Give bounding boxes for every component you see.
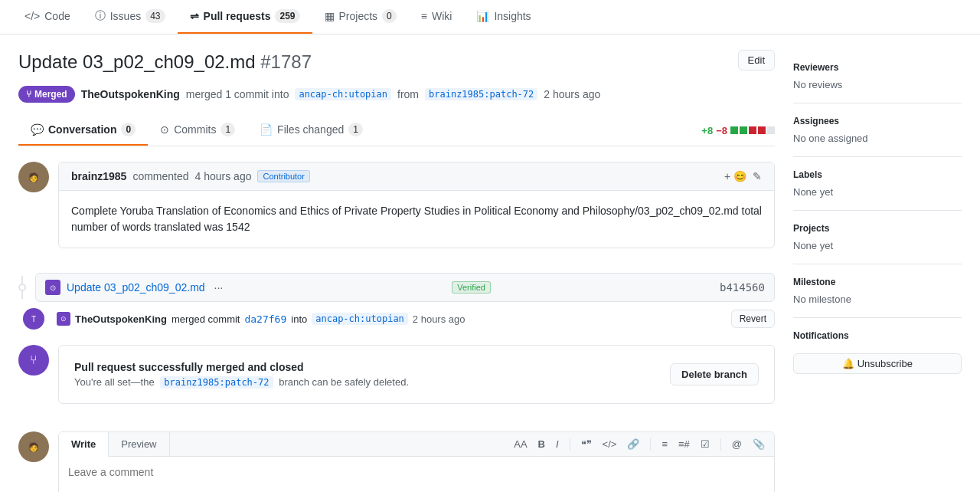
nav-label-issues: Issues	[110, 10, 141, 22]
edit-comment-icon[interactable]: ✎	[753, 170, 762, 182]
comment-textarea[interactable]	[59, 457, 774, 492]
diff-stats: +8 −8	[701, 125, 775, 136]
labels-title: Labels	[793, 169, 962, 180]
commit-row: ⊙ Update 03_p02_ch09_02.md ··· Verified …	[18, 273, 775, 302]
pr-action: merged 1 commit into	[186, 88, 289, 100]
sidebar-milestone: Milestone No milestone	[793, 264, 962, 318]
commit-message: Update 03_p02_ch09_02.md	[67, 281, 205, 294]
toolbar-mention[interactable]: @	[729, 437, 745, 451]
nav-tab-pull-requests[interactable]: ⇌ Pull requests 259	[178, 0, 312, 34]
desc-prefix: You're all set—the	[74, 376, 155, 388]
pr-header-row: Update 03_p02_ch09_02.md #1787 Edit	[18, 50, 775, 83]
wiki-icon: ≡	[421, 10, 427, 22]
diff-bar-1	[730, 126, 738, 134]
toolbar-numbered[interactable]: ≡#	[675, 437, 693, 451]
nav-tab-wiki[interactable]: ≡ Wiki	[409, 1, 465, 33]
nav-label-insights: Insights	[494, 10, 531, 22]
tab-conversation-label: Conversation	[48, 123, 116, 136]
tab-files-changed[interactable]: 📄 Files changed 1	[247, 115, 375, 146]
sidebar-projects: Projects None yet	[793, 211, 962, 264]
toolbar-bold[interactable]: B	[535, 437, 548, 451]
merged-commit-info: ⊙ TheOutspokenKing merged commit da27f69…	[57, 312, 724, 326]
nav-tab-code[interactable]: </> Code	[12, 1, 83, 33]
editor-avatar: 🧑	[18, 431, 49, 462]
commit-hash[interactable]: b414560	[720, 281, 765, 294]
merged-avatar-container: T	[23, 308, 44, 330]
assignees-value: No one assigned	[793, 133, 962, 144]
merged-commit-spacer: T	[18, 308, 49, 330]
content-area: Update 03_p02_ch09_02.md #1787 Edit ⑂ Me…	[18, 50, 775, 492]
nav-tab-projects[interactable]: ▦ Projects 0	[312, 0, 409, 34]
comment-author[interactable]: brainz1985	[71, 170, 126, 182]
sidebar: Reviewers No reviews Assignees No one as…	[793, 50, 962, 492]
merged-success-desc: You're all set—the brainz1985:patch-72 b…	[74, 376, 658, 388]
merge-base-branch[interactable]: ancap-ch:utopian	[312, 313, 408, 325]
base-branch[interactable]: ancap-ch:utopian	[295, 88, 391, 100]
editor-toolbar: AA B I ❝❞ </> 🔗 ≡ ≡# ☑ @	[170, 432, 774, 456]
from-text: from	[397, 88, 419, 100]
toolbar-font-size[interactable]: AA	[511, 437, 530, 451]
editor-tabs: Write Preview AA B I ❝❞ </> 🔗 ≡	[59, 432, 774, 457]
notifications-title: Notifications	[793, 330, 962, 341]
tab-conversation[interactable]: 💬 Conversation 0	[18, 115, 148, 146]
commit-more-dots[interactable]: ···	[214, 281, 224, 294]
merged-success-title: Pull request successfully merged and clo…	[74, 361, 658, 373]
merged-success-row: ⑂ Pull request successfully merged and c…	[18, 345, 775, 419]
nav-tab-insights[interactable]: 📊 Insights	[464, 1, 543, 33]
insights-icon: 📊	[476, 10, 489, 22]
edit-button[interactable]: Edit	[738, 50, 775, 71]
diff-bar-4	[758, 126, 766, 134]
merged-success-icon: ⑂	[18, 345, 49, 376]
reviewers-title: Reviewers	[793, 62, 962, 73]
projects-icon: ▦	[325, 10, 335, 22]
deleted-branch-tag: brainz1985:patch-72	[160, 376, 273, 389]
milestone-value: No milestone	[793, 294, 962, 305]
commenter-avatar: 🧑	[18, 162, 49, 192]
add-reaction-btn[interactable]: + 😊	[724, 170, 746, 182]
pr-title: Update 03_p02_ch09_02.md #1787	[18, 50, 312, 74]
top-navigation: </> Code ⓘ Issues 43 ⇌ Pull requests 259…	[0, 0, 980, 34]
merged-badge: ⑂ Merged	[18, 86, 75, 103]
tab-commits-label: Commits	[174, 123, 216, 136]
conversation-icon: 💬	[31, 123, 44, 136]
tab-commits[interactable]: ⊙ Commits 1	[148, 115, 247, 146]
diff-bar-2	[740, 126, 747, 134]
editor-tab-write[interactable]: Write	[59, 432, 109, 457]
pr-subtabs: 💬 Conversation 0 ⊙ Commits 1 📄 Files cha…	[18, 115, 775, 146]
editor-tab-preview[interactable]: Preview	[109, 432, 169, 456]
commit-file-icon: ⊙	[45, 280, 60, 295]
nav-tab-issues[interactable]: ⓘ Issues 43	[83, 0, 178, 34]
toolbar-task[interactable]: ☑	[697, 437, 713, 451]
merge-into-text: into	[291, 313, 307, 325]
merge-commit-hash[interactable]: da27f69	[244, 313, 286, 325]
head-branch[interactable]: brainz1985:patch-72	[425, 88, 537, 100]
merge-commit-author: TheOutspokenKing	[75, 313, 167, 325]
diff-bars	[730, 126, 775, 134]
delete-branch-button[interactable]: Delete branch	[670, 363, 759, 385]
comment-card: brainz1985 commented 4 hours ago Contrib…	[58, 162, 775, 248]
projects-value: None yet	[793, 240, 962, 251]
toolbar-quote[interactable]: ❝❞	[578, 437, 595, 451]
toolbar-link[interactable]: 🔗	[624, 437, 642, 451]
commit-line-inner: ⊙ Update 03_p02_ch09_02.md ··· Verified …	[35, 273, 775, 302]
merged-success-text: Pull request successfully merged and clo…	[74, 361, 658, 388]
files-icon: 📄	[260, 123, 273, 136]
toolbar-sep-1	[570, 438, 570, 451]
diff-bar-5	[767, 126, 775, 134]
toolbar-bullets[interactable]: ≡	[658, 437, 671, 451]
merged-status-line: ⑂ Merged TheOutspokenKing merged 1 commi…	[18, 86, 775, 103]
assignees-title: Assignees	[793, 116, 962, 126]
files-badge: 1	[348, 123, 363, 136]
toolbar-attach[interactable]: 📎	[750, 437, 768, 451]
nav-label-pull-requests: Pull requests	[204, 10, 271, 22]
nav-label-wiki: Wiki	[432, 10, 452, 22]
comment-row: 🧑 brainz1985 commented 4 hours ago Contr…	[18, 162, 775, 261]
toolbar-italic[interactable]: I	[553, 437, 562, 451]
comment-header-actions: + 😊 ✎	[724, 170, 762, 182]
revert-button[interactable]: Revert	[731, 310, 775, 328]
unsubscribe-button[interactable]: 🔔 Unsubscribe	[793, 353, 962, 374]
pull-requests-icon: ⇌	[190, 10, 199, 22]
diff-add: +8	[701, 125, 713, 136]
toolbar-sep-3	[720, 438, 721, 451]
toolbar-code[interactable]: </>	[599, 437, 620, 451]
